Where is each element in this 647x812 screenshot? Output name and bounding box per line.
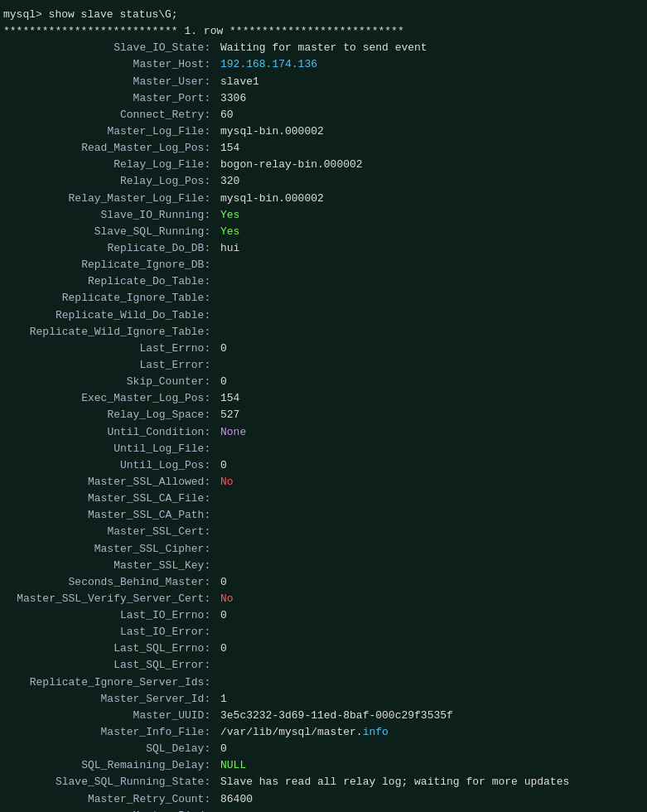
row-key: Master_Host: <box>3 56 219 73</box>
table-row: Last_Errno: 0 <box>3 341 644 357</box>
row-key: Master_Retry_Count: <box>3 791 219 808</box>
row-key: Read_Master_Log_Pos: <box>3 140 219 157</box>
table-row: Master_Bind: <box>3 808 644 812</box>
row-key: Replicate_Ignore_Table: <box>3 290 219 307</box>
table-row: Last_IO_Error: <box>3 624 644 640</box>
row-key: Exec_Master_Log_Pos: <box>3 390 219 407</box>
row-key: Replicate_Do_DB: <box>3 240 219 257</box>
row-value: 60 <box>219 107 234 123</box>
table-row: Master_Info_File: /var/lib/mysql/master.… <box>3 724 644 741</box>
table-row: Slave_IO_State: Waiting for master to se… <box>3 40 644 56</box>
row-key: Slave_SQL_Running_State: <box>3 774 219 790</box>
row-value: Yes <box>219 224 239 240</box>
row-value: No <box>219 591 234 607</box>
row-value <box>219 324 220 341</box>
table-row: Last_SQL_Error: <box>3 657 644 674</box>
table-row: Master_UUID: 3e5c3232-3d69-11ed-8baf-000… <box>3 708 644 724</box>
row-value: 0 <box>219 607 227 624</box>
row-value: 0 <box>219 341 227 357</box>
row-key: Replicate_Wild_Ignore_Table: <box>3 324 219 341</box>
table-row: Replicate_Ignore_DB: <box>3 257 644 273</box>
prompt-text: mysql> show slave status\G; <box>3 7 178 23</box>
table-row: Last_Error: <box>3 357 644 374</box>
row-key: Master_Port: <box>3 90 219 107</box>
row-key: Last_IO_Error: <box>3 624 219 640</box>
table-row: Read_Master_Log_Pos: 154 <box>3 140 644 157</box>
row-key: Last_Error: <box>3 357 219 374</box>
row-key: Relay_Log_Space: <box>3 407 219 423</box>
row-value <box>219 491 220 507</box>
table-row: Seconds_Behind_Master: 0 <box>3 574 644 591</box>
row-key: Slave_IO_State: <box>3 40 219 56</box>
row-value: 3306 <box>219 90 246 107</box>
table-row: Relay_Log_File: bogon-relay-bin.000002 <box>3 157 644 173</box>
row-key: Replicate_Wild_Do_Table: <box>3 307 219 324</box>
row-key: Master_Info_File: <box>3 724 219 741</box>
row-key: Replicate_Do_Table: <box>3 273 219 290</box>
table-row: Connect_Retry: 60 <box>3 107 644 123</box>
table-row: SQL_Remaining_Delay: NULL <box>3 757 644 774</box>
prompt-line: mysql> show slave status\G; <box>3 7 644 23</box>
row-key: Master_SSL_Cipher: <box>3 541 219 558</box>
table-row: Replicate_Do_DB: hui <box>3 240 644 257</box>
row-key: Until_Log_Pos: <box>3 457 219 474</box>
row-value <box>219 558 220 574</box>
table-row: Last_IO_Errno: 0 <box>3 607 644 624</box>
table-row: Slave_SQL_Running_State: Slave has read … <box>3 774 644 790</box>
row-value <box>219 674 220 691</box>
table-row: Master_SSL_Allowed: No <box>3 474 644 491</box>
output-block: Slave_IO_State: Waiting for master to se… <box>3 40 644 812</box>
row-value <box>219 307 220 324</box>
table-row: Relay_Log_Pos: 320 <box>3 173 644 190</box>
row-value: Slave has read all relay log; waiting fo… <box>219 774 569 790</box>
row-value <box>219 524 220 540</box>
table-row: Master_SSL_Verify_Server_Cert: No <box>3 591 644 607</box>
row-key: Master_User: <box>3 74 219 90</box>
table-row: Master_Retry_Count: 86400 <box>3 791 644 808</box>
row-key: Master_SSL_Key: <box>3 558 219 574</box>
row-value: None <box>219 424 246 441</box>
table-row: Master_SSL_Cert: <box>3 524 644 540</box>
table-row: Last_SQL_Errno: 0 <box>3 640 644 657</box>
row-value: slave1 <box>219 74 259 90</box>
row-value: No <box>219 474 234 491</box>
row-key: Master_SSL_Verify_Server_Cert: <box>3 591 219 607</box>
row-value: 320 <box>219 173 239 190</box>
row-value: 0 <box>219 741 227 757</box>
row-value <box>219 441 220 457</box>
table-row: Master_SSL_Cipher: <box>3 541 644 558</box>
row-key: Relay_Master_Log_File: <box>3 191 219 207</box>
row-key: SQL_Remaining_Delay: <box>3 757 219 774</box>
row-key: Seconds_Behind_Master: <box>3 574 219 591</box>
table-row: Skip_Counter: 0 <box>3 374 644 390</box>
row-key: Connect_Retry: <box>3 107 219 123</box>
row-value: 0 <box>219 374 227 390</box>
row-value <box>219 273 220 290</box>
table-row: Exec_Master_Log_Pos: 154 <box>3 390 644 407</box>
table-row: Until_Condition: None <box>3 424 644 441</box>
row-key: SQL_Delay: <box>3 741 219 757</box>
row-key: Last_IO_Errno: <box>3 607 219 624</box>
row-key: Last_SQL_Error: <box>3 657 219 674</box>
row-key: Master_Server_Id: <box>3 691 219 708</box>
row-key: Master_Bind: <box>3 808 219 812</box>
row-key: Last_Errno: <box>3 341 219 357</box>
table-row: Replicate_Wild_Ignore_Table: <box>3 324 644 341</box>
row-value: 1 <box>219 691 227 708</box>
table-row: Slave_IO_Running: Yes <box>3 207 644 224</box>
table-row: Until_Log_File: <box>3 441 644 457</box>
table-row: Master_Log_File: mysql-bin.000002 <box>3 123 644 140</box>
table-row: Master_Server_Id: 1 <box>3 691 644 708</box>
row-key: Master_SSL_CA_Path: <box>3 507 219 524</box>
table-row: Master_SSL_CA_File: <box>3 491 644 507</box>
row-value: NULL <box>219 757 246 774</box>
row-value <box>219 808 220 812</box>
row-key: Master_UUID: <box>3 708 219 724</box>
row-key: Until_Condition: <box>3 424 219 441</box>
row-value: 0 <box>219 574 227 591</box>
row-value: Waiting for master to send event <box>219 40 427 56</box>
table-row: Master_User: slave1 <box>3 74 644 90</box>
row-key: Master_SSL_CA_File: <box>3 491 219 507</box>
table-row: Master_Host: 192.168.174.136 <box>3 56 644 73</box>
row-value: mysql-bin.000002 <box>219 123 324 140</box>
